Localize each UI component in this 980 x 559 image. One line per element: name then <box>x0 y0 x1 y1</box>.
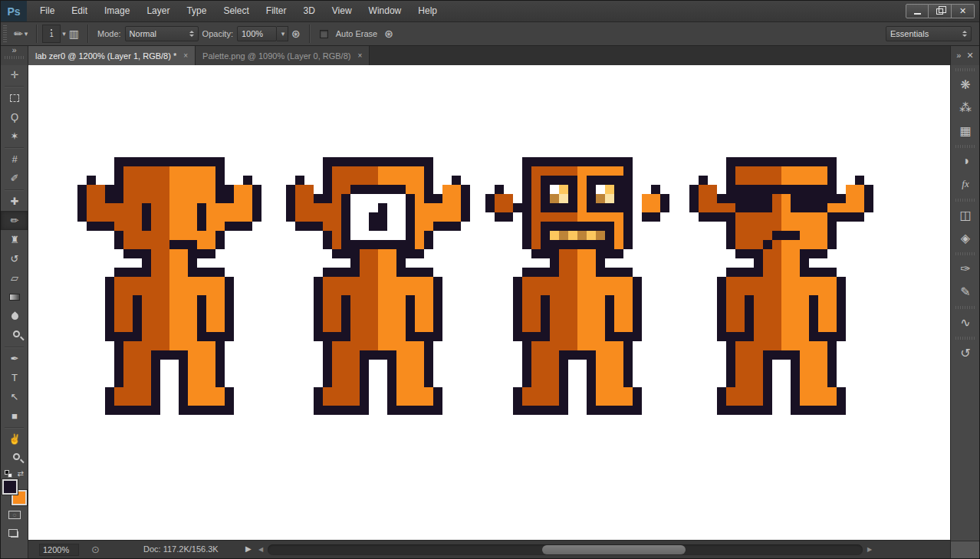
zoom-tool[interactable] <box>1 449 28 468</box>
spinner-icon <box>962 28 967 39</box>
dodge-tool[interactable] <box>1 326 28 345</box>
menu-type[interactable]: Type <box>178 1 215 21</box>
toolbar-separator <box>5 347 24 347</box>
dock-gripper[interactable] <box>955 145 975 148</box>
swatches-panel-icon[interactable]: ▦ <box>951 119 980 142</box>
scroll-left-arrow[interactable]: ◀ <box>258 546 263 553</box>
brush-preset-picker[interactable]: 1 <box>42 25 61 43</box>
lasso-tool[interactable]: Ϙ <box>1 107 28 127</box>
blur-tool[interactable] <box>1 307 28 326</box>
dock-close-icon[interactable]: ✕ <box>967 51 974 60</box>
status-menu-arrow-icon[interactable]: ▶ <box>245 544 252 553</box>
restore-button[interactable] <box>929 4 952 18</box>
brush-panel-icon[interactable]: ✑ <box>951 257 980 280</box>
menu-help[interactable]: Help <box>409 1 446 21</box>
paths-panel-icon[interactable]: ∿ <box>951 311 980 334</box>
horizontal-scrollbar[interactable] <box>268 544 863 555</box>
eyedropper-tool[interactable]: ✐ <box>1 169 28 188</box>
styles-panel-icon[interactable]: fx <box>951 173 980 196</box>
rectangle-tool[interactable]: ■ <box>1 406 28 426</box>
move-tool[interactable]: ✛ <box>1 65 28 84</box>
close-button[interactable]: ✕ <box>952 4 975 18</box>
chevron-down-icon: ▾ <box>25 30 28 38</box>
zoom-level-field[interactable]: 1200% <box>39 544 79 556</box>
dock-gripper[interactable] <box>955 68 975 71</box>
dock-gripper[interactable] <box>955 337 975 340</box>
toggle-brush-panel-button[interactable]: ▥ <box>66 28 82 40</box>
options-gripper[interactable] <box>3 25 7 42</box>
pen-tool-icon: ✒ <box>11 353 19 363</box>
dock-gripper[interactable] <box>955 199 975 202</box>
menu-3d[interactable]: 3D <box>294 1 323 21</box>
scrollbar-thumb[interactable] <box>542 545 686 554</box>
healing-brush-tool[interactable]: ✚ <box>1 192 28 211</box>
magic-wand-tool[interactable]: ✶ <box>1 127 28 146</box>
tool-preset-picker[interactable]: ✏ ▾ <box>11 28 31 40</box>
dock-gripper[interactable] <box>955 252 975 255</box>
history-brush-tool[interactable]: ↺ <box>1 249 28 268</box>
gradient-tool[interactable] <box>1 288 28 307</box>
document-tab-bar: » lab zer0 @ 1200% (Layer 1, RGB/8) *×Pa… <box>1 46 979 65</box>
history-panel-icon[interactable]: ↺ <box>951 341 980 364</box>
color-panel-icon[interactable]: ❋ <box>951 73 980 96</box>
opacity-dropdown-button[interactable]: ▾ <box>277 26 288 41</box>
toolbar-separator <box>5 86 24 87</box>
opacity-value: 100% <box>242 29 272 38</box>
history-brush-tool-icon: ↺ <box>11 254 19 264</box>
tab-close-icon[interactable]: × <box>357 51 362 60</box>
tab-close-icon[interactable]: × <box>183 51 188 60</box>
pen-tool[interactable]: ✒ <box>1 349 28 368</box>
clone-stamp-tool[interactable]: ♜ <box>1 230 28 249</box>
pressure-icon: ⊛ <box>384 28 393 40</box>
menu-window[interactable]: Window <box>360 1 410 21</box>
crop-tool[interactable]: # <box>1 150 28 169</box>
pressure-size-toggle[interactable]: ⊛ <box>381 28 396 40</box>
scroll-right-arrow[interactable]: ▶ <box>867 546 872 553</box>
type-tool[interactable]: T <box>1 368 28 387</box>
screen-mode-button[interactable] <box>1 524 28 544</box>
collapse-toolbar-icon[interactable]: » <box>12 46 16 54</box>
workspace-select[interactable]: Essentials <box>886 26 972 41</box>
quick-mask-button[interactable]: ◌ <box>1 505 28 524</box>
expand-panels-icon[interactable]: » <box>956 51 961 60</box>
brush-presets-panel-icon[interactable]: ✎ <box>951 280 980 303</box>
menu-select[interactable]: Select <box>215 1 257 21</box>
zoom-tool-icon <box>13 453 20 460</box>
options-separator <box>87 25 88 43</box>
marquee-tool[interactable] <box>1 88 28 107</box>
dodge-tool-icon <box>13 330 20 337</box>
adjustments-panel-icon[interactable]: ◑ <box>951 150 980 173</box>
dock-gripper[interactable] <box>955 306 975 309</box>
document-area <box>28 65 950 540</box>
default-colors-icon[interactable] <box>5 470 12 478</box>
foreground-color-swatch[interactable] <box>2 479 18 495</box>
auto-erase-checkbox[interactable] <box>320 30 328 38</box>
status-clock-icon: ⊙ <box>91 544 100 555</box>
swap-colors-icon[interactable]: ⇄ <box>18 469 24 478</box>
menu-edit[interactable]: Edit <box>63 1 96 21</box>
path-selection-tool[interactable]: ↖ <box>1 387 28 406</box>
color-wheel-panel-icon[interactable]: ⁂ <box>951 96 980 119</box>
toolbar-gripper[interactable] <box>5 56 25 59</box>
menu-file[interactable]: File <box>31 1 63 21</box>
toolbar-header[interactable]: » <box>1 46 28 65</box>
eraser-tool-icon: ▱ <box>11 273 18 283</box>
tabs-container: lab zer0 @ 1200% (Layer 1, RGB/8) *×Pale… <box>28 46 370 65</box>
3d-materials-panel-icon[interactable]: ◫ <box>951 203 980 226</box>
dock-header[interactable]: » ✕ <box>950 46 979 65</box>
blend-mode-select[interactable]: Normal <box>125 26 199 41</box>
document-tab-2[interactable]: Palette.png @ 1090% (Layer 0, RGB/8)× <box>196 46 370 65</box>
eraser-tool[interactable]: ▱ <box>1 268 28 288</box>
menu-view[interactable]: View <box>324 1 360 21</box>
airbrush-toggle[interactable]: ⊛ <box>288 28 304 40</box>
layers-panel-icon[interactable]: ◈ <box>951 226 980 249</box>
document-canvas[interactable] <box>28 65 952 541</box>
minimize-button[interactable] <box>906 4 929 18</box>
pencil-tool[interactable]: ✏ <box>1 211 28 230</box>
opacity-field[interactable]: 100% <box>237 26 277 41</box>
hand-tool[interactable]: ✌ <box>1 429 28 449</box>
document-tab-1[interactable]: lab zer0 @ 1200% (Layer 1, RGB/8) *× <box>28 46 196 65</box>
menu-image[interactable]: Image <box>96 1 138 21</box>
menu-layer[interactable]: Layer <box>138 1 178 21</box>
menu-filter[interactable]: Filter <box>258 1 295 21</box>
